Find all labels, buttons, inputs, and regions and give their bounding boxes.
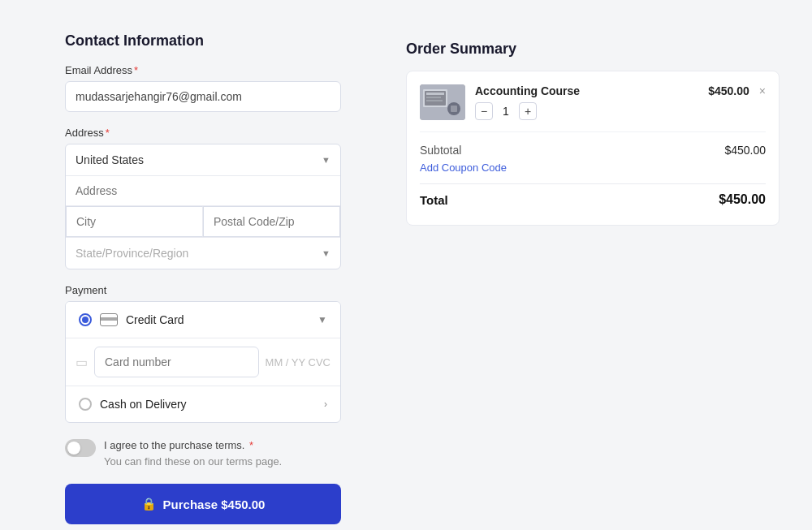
country-select-wrapper: United States Canada United Kingdom ▼ (76, 153, 330, 167)
credit-card-option[interactable]: Credit Card ▼ (66, 302, 340, 338)
qty-value: 1 (499, 105, 512, 118)
card-icon (100, 313, 118, 326)
thumb-svg (420, 84, 465, 120)
order-item-name: Accounting Course (475, 84, 698, 97)
thumb-image (420, 84, 465, 120)
card-number-input[interactable] (94, 347, 259, 377)
subtotal-value: $450.00 (724, 144, 766, 157)
qty-decrease-button[interactable]: − (475, 102, 493, 120)
payment-section: Payment Credit Card ▼ ▭ MM / YY CVC (65, 284, 341, 423)
cash-on-delivery-option[interactable]: Cash on Delivery › (66, 386, 340, 422)
cash-on-delivery-radio[interactable] (79, 398, 92, 411)
order-summary-title: Order Summary (406, 41, 780, 58)
lock-icon: 🔒 (141, 497, 157, 511)
order-item-info: Accounting Course − 1 + (475, 84, 698, 120)
total-row: Total $450.00 (420, 192, 766, 207)
purchase-button[interactable]: 🔒 Purchase $450.00 (65, 484, 341, 524)
state-select[interactable]: State/Province/Region California New Yor… (76, 247, 330, 260)
credit-card-chevron-icon: ▼ (317, 314, 327, 325)
remove-item-button[interactable]: × (759, 84, 766, 97)
toggle-knob (67, 442, 80, 455)
cash-on-delivery-chevron-icon: › (324, 399, 327, 410)
subtotal-row: Subtotal $450.00 (420, 144, 766, 157)
address-section: Address* United States Canada United Kin… (65, 127, 341, 269)
terms-row: I agree to the purchase terms. * You can… (65, 437, 341, 469)
order-summary-box: Accounting Course − 1 + $450.00 × Subtot… (406, 71, 780, 226)
terms-toggle[interactable] (65, 439, 96, 457)
email-input[interactable] (65, 81, 341, 112)
checkout-form: Contact Information Email Address* Addre… (65, 32, 341, 530)
state-select-row[interactable]: State/Province/Region California New Yor… (66, 238, 340, 269)
email-label: Email Address* (65, 64, 341, 76)
postal-input[interactable] (203, 206, 340, 237)
svg-rect-5 (426, 100, 443, 101)
total-value: $450.00 (719, 192, 766, 207)
payment-box: Credit Card ▼ ▭ MM / YY CVC Cash on Deli… (65, 301, 341, 423)
order-item-price: $450.00 (708, 84, 749, 97)
svg-rect-7 (451, 106, 457, 112)
coupon-code-link[interactable]: Add Coupon Code (420, 162, 766, 174)
total-label: Total (420, 193, 448, 207)
card-number-icon: ▭ (76, 355, 88, 370)
street-address-input[interactable] (66, 176, 340, 205)
street-address-row (66, 176, 340, 206)
address-box: United States Canada United Kingdom ▼ (65, 144, 341, 269)
svg-rect-3 (426, 93, 444, 95)
order-item-row: Accounting Course − 1 + $450.00 × (420, 84, 766, 132)
country-select[interactable]: United States Canada United Kingdom (76, 153, 330, 166)
city-input[interactable] (66, 206, 203, 237)
card-details-row: ▭ MM / YY CVC (66, 338, 340, 386)
card-expiry-cvc: MM / YY CVC (266, 356, 330, 368)
cash-on-delivery-label: Cash on Delivery (100, 398, 316, 411)
contact-section-title: Contact Information (65, 32, 341, 50)
payment-label: Payment (65, 284, 341, 296)
terms-text: I agree to the purchase terms. * You can… (104, 437, 282, 469)
credit-card-radio[interactable] (79, 313, 92, 326)
city-zip-row (66, 206, 340, 238)
order-summary-section: Order Summary (406, 32, 780, 530)
terms-sub-text: You can find these on our terms page. (104, 455, 282, 468)
qty-controls: − 1 + (475, 102, 698, 120)
product-thumbnail (420, 84, 465, 120)
qty-increase-button[interactable]: + (519, 102, 537, 120)
country-select-row[interactable]: United States Canada United Kingdom ▼ (66, 144, 340, 176)
svg-rect-4 (426, 97, 441, 98)
credit-card-label: Credit Card (126, 313, 309, 326)
contact-section: Contact Information Email Address* (65, 32, 341, 112)
address-label: Address* (65, 127, 341, 139)
subtotal-label: Subtotal (420, 144, 461, 157)
state-select-wrapper: State/Province/Region California New Yor… (76, 246, 330, 261)
total-divider (420, 183, 766, 184)
